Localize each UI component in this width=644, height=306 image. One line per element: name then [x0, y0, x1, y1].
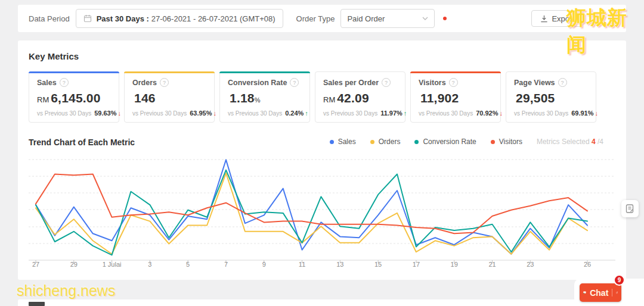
compare-label: vs Previous 30 Days	[419, 110, 473, 117]
card-label: Conversion Rate	[228, 79, 287, 87]
up-arrow-icon: ↑	[305, 110, 308, 117]
x-tick-label: 26	[569, 261, 605, 268]
chat-button[interactable]: Chat	[580, 283, 621, 302]
up-arrow-icon: ↑	[404, 110, 407, 117]
date-range-picker[interactable]: Past 30 Days : 27-06-2021 - 26-07-2021 (…	[76, 9, 283, 28]
card-value: RM42.09	[323, 91, 397, 105]
metric-card-sales-per-order[interactable]: Sales per Order?RM42.09vs Previous 30 Da…	[315, 71, 405, 123]
notification-dot	[443, 17, 447, 20]
change-percent: 69.91%	[571, 110, 593, 117]
value: 29,505	[516, 91, 555, 105]
card-value: RM6,145.00	[37, 91, 111, 105]
x-tick-label: 5	[170, 261, 206, 268]
legend-dot-icon	[414, 140, 419, 144]
metric-card-orders[interactable]: Orders?146vs Previous 30 Days63.95%↓	[124, 71, 215, 123]
x-tick-label: 3	[132, 261, 168, 268]
card-accent-bar	[29, 71, 119, 73]
card-value: 11,902	[419, 91, 493, 105]
value: 6,145.00	[51, 91, 100, 105]
help-icon[interactable]: ?	[60, 78, 69, 87]
value: 42.09	[337, 91, 369, 105]
calendar-icon	[83, 14, 92, 23]
legend-label: Sales	[338, 138, 356, 146]
x-tick-label: 9	[246, 261, 282, 268]
legend-dot-icon	[491, 140, 495, 144]
chat-bubble-icon	[583, 288, 586, 297]
watermark-top-right: 狮城新闻	[566, 5, 644, 58]
chat-label: Chat	[590, 288, 608, 298]
order-type-label: Order Type	[296, 14, 335, 23]
trend-chart[interactable]	[29, 155, 615, 274]
down-arrow-icon: ↓	[117, 110, 121, 117]
card-value: 146	[132, 91, 206, 105]
card-value: 29,505	[514, 91, 588, 105]
down-arrow-icon: ↓	[499, 110, 503, 117]
download-icon	[540, 15, 548, 23]
date-range-preset: Past 30 Days :	[97, 14, 149, 23]
watermark-bottom-left: shicheng.news	[17, 282, 115, 299]
legend-label: Conversion Rate	[423, 138, 476, 146]
help-icon[interactable]: ?	[290, 78, 299, 87]
metric-card-conversion-rate[interactable]: Conversion Rate?1.18%vs Previous 30 Days…	[219, 71, 310, 123]
metrics-selected-total: /4	[596, 138, 603, 146]
legend-item-conversion-rate[interactable]: Conversion Rate	[414, 138, 476, 146]
chat-unread-badge: 9	[614, 274, 625, 286]
legend-item-sales[interactable]: Sales	[330, 138, 356, 146]
change-percent: 63.95%	[190, 110, 212, 117]
card-comparison: vs Previous 30 Days11.97%↑	[323, 110, 400, 117]
change-percent: 70.92%	[476, 110, 498, 117]
metric-card-visitors[interactable]: Visitors?11,902vs Previous 30 Days70.92%…	[410, 71, 501, 123]
chevron-down-icon	[422, 17, 428, 20]
change-percent: 11.97%	[380, 110, 402, 117]
help-icon[interactable]: ?	[160, 78, 169, 87]
card-label: Page Views	[514, 79, 555, 87]
metric-card-page-views[interactable]: Page Views?29,505vs Previous 30 Days69.9…	[506, 71, 596, 123]
card-accent-bar	[219, 71, 310, 73]
metrics-selected-counter: Metrics Selected 4 /4	[537, 138, 603, 146]
metrics-selected-count: 4	[592, 138, 596, 146]
card-accent-bar	[124, 71, 215, 73]
help-icon[interactable]: ?	[382, 78, 391, 87]
popout-icon	[616, 289, 618, 296]
help-icon[interactable]: ?	[558, 78, 567, 87]
x-tick-label: 23	[512, 261, 548, 268]
metric-card-sales[interactable]: Sales?RM6,145.00vs Previous 30 Days59.63…	[29, 71, 119, 123]
card-header: Page Views?	[514, 78, 588, 87]
legend-label: Visitors	[499, 138, 522, 146]
value: 1.18	[230, 91, 255, 105]
compare-label: vs Previous 30 Days	[132, 110, 187, 117]
trend-chart-title: Trend Chart of Each Metric	[29, 138, 135, 147]
next-section-card	[18, 299, 626, 306]
help-icon[interactable]: ?	[449, 78, 458, 87]
chart-legend: SalesOrdersConversion RateVisitorsMetric…	[330, 138, 603, 146]
x-tick-label: 27	[18, 261, 54, 268]
order-type-select[interactable]: Paid Order	[340, 9, 435, 28]
down-arrow-icon: ↓	[595, 110, 598, 117]
card-label: Sales	[37, 79, 57, 87]
main-panel: Key Metrics Sales?RM6,145.00vs Previous …	[18, 40, 626, 280]
card-comparison: vs Previous 30 Days69.91%↓	[514, 110, 591, 117]
feedback-fab[interactable]	[621, 200, 639, 217]
down-arrow-icon: ↓	[213, 110, 216, 117]
value: 11,902	[420, 91, 459, 105]
card-comparison: vs Previous 30 Days0.24%↑	[228, 110, 305, 117]
card-label: Visitors	[419, 79, 446, 87]
card-label: Sales per Order	[323, 79, 379, 87]
legend-item-visitors[interactable]: Visitors	[491, 138, 522, 146]
x-tick-label: 15	[360, 261, 396, 268]
value: 146	[134, 91, 156, 105]
card-header: Visitors?	[419, 78, 493, 87]
feedback-icon	[625, 204, 635, 214]
trend-chart-canvas	[29, 155, 615, 274]
card-accent-bar	[410, 71, 501, 73]
x-tick-label: 7	[208, 261, 244, 268]
x-tick-label: 13	[322, 261, 358, 268]
legend-item-orders[interactable]: Orders	[370, 138, 401, 146]
card-header: Sales?	[37, 78, 111, 87]
x-tick-label: 1 Julai	[94, 261, 130, 268]
compare-label: vs Previous 30 Days	[323, 110, 377, 117]
x-axis-labels: 27291 Julai35791113151719212326	[29, 261, 615, 270]
value-prefix: RM	[323, 95, 335, 104]
value-suffix: %	[255, 96, 261, 104]
card-comparison: vs Previous 30 Days63.95%↓	[132, 110, 209, 117]
